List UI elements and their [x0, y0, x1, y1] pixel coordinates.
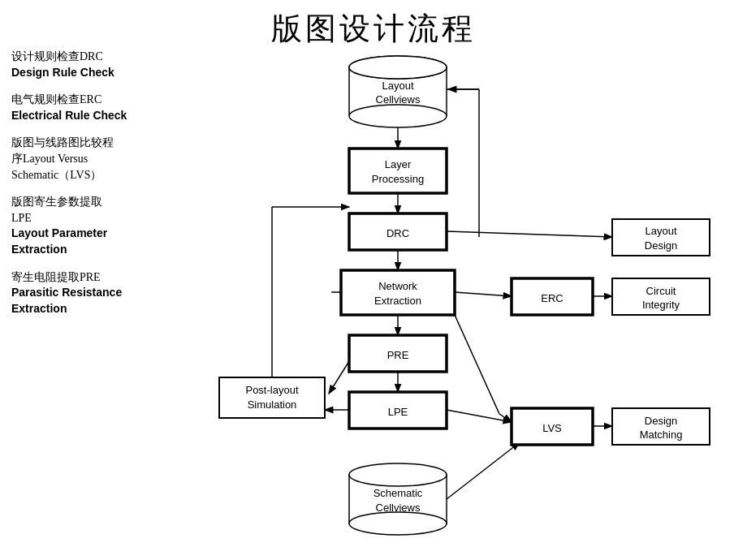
svg-point-8	[349, 512, 447, 535]
term-pre: 寄生电阻提取PRE Parasitic ResistanceExtraction	[11, 269, 206, 317]
term-erc-cn: 电气规则检查ERC	[11, 92, 206, 108]
arrow-pre-to-postlayout	[329, 361, 349, 394]
label-lpe: LPE	[388, 406, 408, 418]
term-pre-en: Parasitic ResistanceExtraction	[11, 285, 206, 317]
label-erc: ERC	[541, 292, 563, 304]
arrow-schematic-to-lvs	[447, 442, 520, 499]
svg-point-4	[349, 105, 447, 127]
term-lpe-en: Layout ParameterExtraction	[11, 226, 206, 257]
label-netex1: Network	[378, 280, 417, 292]
label-pre: PRE	[387, 349, 409, 361]
label-schematic2: Cellviews	[376, 502, 421, 514]
label-layer1: Layer	[385, 158, 412, 170]
label-circuit1: Circuit	[646, 285, 676, 297]
label-schematic1: Schematic	[374, 487, 423, 499]
label-circuit2: Integrity	[642, 299, 680, 311]
arrow-netex-to-erc	[455, 292, 512, 296]
term-pre-cn: 寄生电阻提取PRE	[11, 269, 206, 286]
box-network-extraction	[341, 270, 455, 315]
term-lpe-cn: 版图寄生参数提取LPE	[11, 194, 206, 226]
term-lpe: 版图寄生参数提取LPE Layout ParameterExtraction	[11, 194, 206, 257]
line-netex-down	[455, 315, 499, 414]
arrow-drc-to-layoutdesign	[447, 231, 612, 237]
box-layer-processing	[349, 149, 447, 193]
label-designmatch1: Design	[645, 415, 677, 427]
label-layout-cellviews: Layout	[382, 80, 413, 92]
svg-point-5	[349, 56, 447, 79]
term-lvs: 版图与线路图比较程序Layout VersusSchematic（LVS）	[11, 135, 206, 183]
label-layout-cellviews2: Cellviews	[376, 93, 421, 106]
label-netex2: Extraction	[374, 295, 421, 307]
term-drc: 设计规则检查DRC Design Rule Check	[11, 49, 206, 80]
term-erc-en: Electrical Rule Check	[11, 108, 206, 124]
term-drc-cn: 设计规则检查DRC	[11, 49, 206, 65]
svg-point-7	[349, 463, 447, 486]
label-layoutdesign2: Design	[645, 239, 677, 252]
label-drc: DRC	[386, 227, 409, 239]
label-layoutdesign1: Layout	[645, 225, 676, 237]
label-postlayout1: Post-layout	[245, 384, 298, 396]
term-drc-en: Design Rule Check	[11, 65, 206, 81]
label-designmatch2: Matching	[640, 429, 683, 441]
term-erc: 电气规则检查ERC Electrical Rule Check	[11, 92, 206, 123]
term-lvs-cn: 版图与线路图比较程序Layout VersusSchematic（LVS）	[11, 135, 206, 183]
left-panel: 设计规则检查DRC Design Rule Check 电气规则检查ERC El…	[11, 49, 206, 328]
label-postlayout2: Simulation	[248, 398, 297, 411]
label-layer2: Processing	[372, 173, 424, 185]
label-lvs: LVS	[542, 422, 562, 434]
flow-diagram: Layout Cellviews Layer Processing DRC Ne…	[211, 45, 739, 548]
